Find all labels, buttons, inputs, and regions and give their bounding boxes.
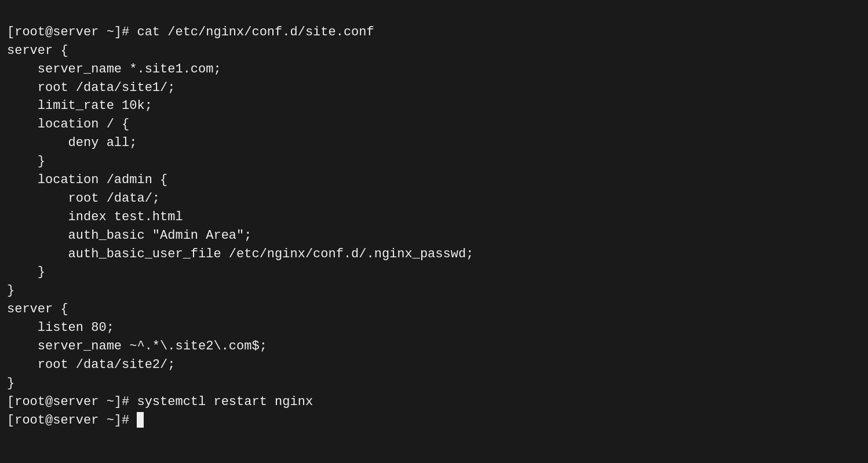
terminal-window[interactable]: [root@server ~]# cat /etc/nginx/conf.d/s… <box>0 0 868 463</box>
terminal-line-server-name-1: server_name *.site1.com; <box>7 60 861 79</box>
terminal-line-location-root: location / { <box>7 115 861 134</box>
terminal-line-auth-basic-user-file: auth_basic_user_file /etc/nginx/conf.d/.… <box>7 245 861 264</box>
terminal-line-location-admin: location /admin { <box>7 171 861 189</box>
terminal-line-root-1: root /data/site1/; <box>7 79 861 97</box>
terminal-line-close-server-1: } <box>7 282 861 300</box>
terminal-line-cmd-restart: [root@server ~]# systemctl restart nginx <box>7 393 861 411</box>
terminal-cursor <box>137 412 144 427</box>
terminal-line-limit-rate: limit_rate 10k; <box>7 97 861 115</box>
terminal-line-deny-all: deny all; <box>7 134 861 152</box>
terminal-line-server-open-2: server { <box>7 300 861 319</box>
terminal-line-root-2: root /data/site2/; <box>7 356 861 374</box>
terminal-line-cmd-cat: [root@server ~]# cat /etc/nginx/conf.d/s… <box>7 23 861 42</box>
terminal-line-close-location-root: } <box>7 152 861 171</box>
terminal-line-auth-basic: auth_basic "Admin Area"; <box>7 227 861 245</box>
terminal-line-server-name-2: server_name ~^.*\.site2\.com$; <box>7 337 861 356</box>
terminal-line-cmd-prompt: [root@server ~]# <box>7 411 861 430</box>
terminal-line-close-server-2: } <box>7 374 861 393</box>
terminal-line-close-location-admin: } <box>7 263 861 282</box>
terminal-line-server-open: server { <box>7 42 861 60</box>
terminal-line-root-admin: root /data/; <box>7 189 861 208</box>
terminal-line-index-admin: index test.html <box>7 208 861 227</box>
terminal-line-listen-80: listen 80; <box>7 319 861 337</box>
